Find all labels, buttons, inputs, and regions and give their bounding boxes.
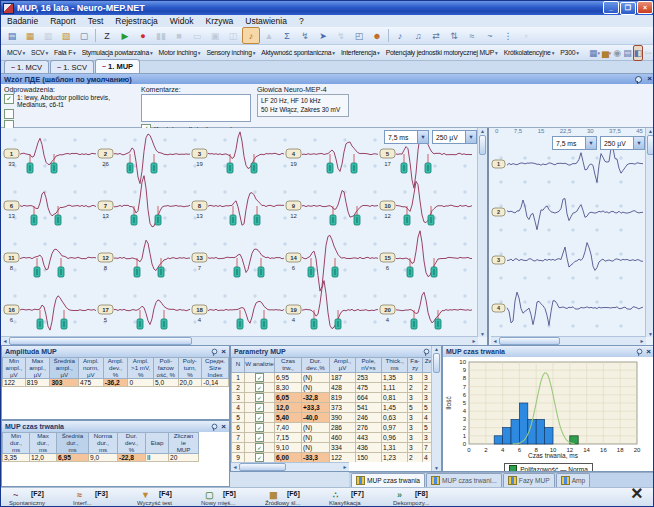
in-analysis-checkbox[interactable]: ✓ <box>255 413 264 422</box>
panels-settings-icon[interactable]: ▤ <box>622 45 633 61</box>
fkey-f5[interactable]: ▢[F5]Nowy mięś... <box>199 489 262 507</box>
mup-grid-vscrollbar[interactable]: ▲▼ <box>477 128 487 337</box>
protocol-mcv[interactable]: MCV▾ <box>4 47 28 58</box>
fkey-f4[interactable]: ▼[F4]Wyczyść test <box>135 489 198 507</box>
menu-item[interactable]: ? <box>293 16 310 26</box>
scroll-down-icon[interactable]: ▼ <box>478 331 487 337</box>
pin-icon[interactable] <box>212 424 218 430</box>
review-screen-icon[interactable]: ◰ <box>350 27 368 44</box>
save-icon[interactable]: ▥ <box>39 27 57 44</box>
tab-1-mup[interactable]: ~1. MUP <box>95 59 140 73</box>
close-button[interactable]: × <box>637 1 653 14</box>
raw-sweep-speed-select[interactable]: 7,5 ms▼ <box>552 136 597 150</box>
protocol-p300[interactable]: P300▾ <box>557 47 582 58</box>
in-analysis-checkbox[interactable]: ✓ <box>255 403 264 412</box>
result-tab-mup-czas-trwania[interactable]: MUP czas trwania <box>351 473 425 487</box>
scroll-right-icon[interactable]: ► <box>470 338 478 344</box>
fkey-f8[interactable]: »[F8]Dekompozy... <box>391 489 454 507</box>
menu-raport[interactable]: Raport <box>44 16 82 26</box>
gain-select[interactable]: 250 µV▼ <box>432 130 477 144</box>
scroll-right-icon[interactable]: ► <box>341 464 349 470</box>
in-analysis-checkbox[interactable]: ✓ <box>255 383 264 392</box>
in-analysis-checkbox[interactable]: ✓ <box>255 433 264 442</box>
sound-pair-icon[interactable]: ♫ <box>409 27 427 44</box>
protocol-aktywno-spontaniczna[interactable]: Aktywność spontaniczna▾ <box>258 47 338 58</box>
lead-checkbox[interactable]: ✓ <box>4 94 14 104</box>
record-icon[interactable]: ● <box>134 27 152 44</box>
report-table-icon[interactable]: ▦▾ <box>588 45 601 61</box>
epoch-icon[interactable]: ▭ <box>188 27 206 44</box>
tab-1-mcv[interactable]: ~1. MCV <box>4 60 49 73</box>
layout-icon[interactable]: ◧ <box>633 45 644 61</box>
mup-row[interactable]: 7✓7,15(N)4604430,96330,7 <box>232 432 442 442</box>
tab-1-scv[interactable]: ~1. SCV <box>50 60 94 73</box>
mup-grid-hscrollbar[interactable]: ◄► <box>1 336 478 345</box>
menu-krzywa[interactable]: Krzywa <box>199 16 239 26</box>
speaker-icon[interactable]: ♪ <box>242 27 260 44</box>
scroll-down-icon[interactable]: ▼ <box>646 331 654 337</box>
lead-item-empty[interactable] <box>4 109 139 119</box>
monitor-icon[interactable]: ◫ <box>224 27 242 44</box>
menu-test[interactable]: Test <box>82 16 110 26</box>
pin-icon[interactable] <box>424 349 430 355</box>
selection-icon[interactable]: ▫ <box>517 27 535 44</box>
scroll-left-icon[interactable]: ◄ <box>1 338 9 344</box>
protocol-interferencja[interactable]: Interferencja▾ <box>338 47 383 58</box>
raw-panel-vscrollbar[interactable]: ▲▼ <box>645 128 654 337</box>
protocol-scv[interactable]: SCV▾ <box>28 47 51 58</box>
menu-ustawienia[interactable]: Ustawienia <box>239 16 293 26</box>
pause-icon[interactable]: ▮▮ <box>152 27 170 44</box>
large-close-icon[interactable]: × <box>631 482 643 505</box>
scroll-down-icon[interactable]: ▼ <box>432 465 441 471</box>
mup-row[interactable]: 5✓5,40-40,03902460,63340,3 <box>232 412 442 422</box>
sweep-speed-select[interactable]: 7,5 ms▼ <box>384 130 429 144</box>
fkey-f2[interactable]: ~[F2]Spontaniczny <box>7 489 70 507</box>
protocol-sensory-inching[interactable]: Sensory inching▾ <box>203 47 258 58</box>
parameters-vscrollbar[interactable]: ▲▼ <box>431 346 441 471</box>
marks-icon[interactable]: ⋮ <box>499 27 517 44</box>
mup-row[interactable]: 4✓12,0+33,33735411,45551,0 <box>232 402 442 412</box>
parameters-hscrollbar[interactable]: ◄► <box>231 462 349 471</box>
result-tab-mup-czas-trwani[interactable]: MUP czas trwani... <box>426 473 502 487</box>
patients-icon[interactable]: ☻ <box>368 27 386 44</box>
table-row[interactable]: 3,3512,06,959,0-22,8II20 <box>3 454 199 462</box>
fkey-f7[interactable]: ∴[F7]Klasyfikacja <box>327 489 390 507</box>
mup-row[interactable]: 6✓7,40(N)2862760,97351,0 <box>232 422 442 432</box>
scroll-up-icon[interactable]: ▲ <box>646 128 654 134</box>
close-icon[interactable]: × <box>646 348 651 356</box>
in-analysis-checkbox[interactable]: ✓ <box>255 393 264 402</box>
in-analysis-checkbox[interactable]: ✓ <box>255 423 264 432</box>
lead-checkbox[interactable] <box>4 109 14 119</box>
scroll-up-icon[interactable]: ▲ <box>432 346 441 352</box>
protocol-potencja-y-jednostki-motorycznej-mup[interactable]: Potencjały jednostki motorycznej MUP▾ <box>383 47 501 58</box>
cursor-range-icon[interactable]: ⇅ <box>445 27 463 44</box>
sound-mup-icon[interactable]: ♪ <box>391 27 409 44</box>
in-analysis-checkbox[interactable]: ✓ <box>255 443 264 452</box>
lead-item[interactable]: ✓1: lewy, Abductor pollicio brevis, Medi… <box>4 94 139 108</box>
raw-signal-panel[interactable]: 07,51522,53037,545 7,5 ms▼ 250 µV▼ 1234 … <box>491 128 654 345</box>
scroll-left-icon[interactable]: ◄ <box>491 338 499 344</box>
close-icon[interactable]: × <box>647 75 652 83</box>
menu-rejestracja[interactable]: Rejestracja <box>109 16 164 26</box>
average-icon[interactable]: Σ <box>278 27 296 44</box>
in-analysis-checkbox[interactable]: ✓ <box>255 373 264 382</box>
raw-gain-select[interactable]: 250 µV▼ <box>600 136 645 150</box>
minimize-button[interactable]: _ <box>603 1 619 14</box>
trigger-icon[interactable]: ▲ <box>260 27 278 44</box>
probe-icon[interactable]: ➤ <box>314 27 332 44</box>
menu-widok[interactable]: Widok <box>164 16 200 26</box>
save-as-icon[interactable]: ▧ <box>57 27 75 44</box>
back-icon[interactable]: ⇦ <box>643 45 653 61</box>
stop-icon[interactable]: ■ <box>170 27 188 44</box>
pin-icon[interactable] <box>212 349 218 355</box>
close-icon[interactable]: × <box>221 348 226 356</box>
mup-row[interactable]: 9✓6,00-33,31221501,23240,7 <box>232 452 442 462</box>
table-row[interactable]: 122819303475-36,205,020,0-0,14 <box>3 379 229 387</box>
protocol-stymulacja-powtarzalna[interactable]: Stymulacja powtarzalna▾ <box>79 47 156 58</box>
scroll-left-icon[interactable]: ◄ <box>231 464 239 470</box>
open-exam-icon[interactable]: ▦ <box>21 27 39 44</box>
lightning-icon[interactable]: ↯ <box>332 27 350 44</box>
protocol-fala-f[interactable]: Fala F▾ <box>51 47 79 58</box>
stimulator-icon[interactable]: ↯ <box>296 27 314 44</box>
new-exam-icon[interactable]: ▤ <box>3 27 21 44</box>
